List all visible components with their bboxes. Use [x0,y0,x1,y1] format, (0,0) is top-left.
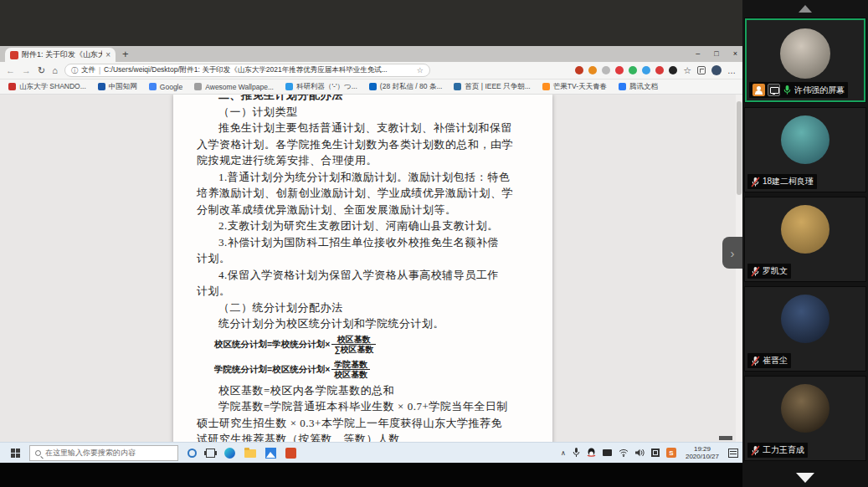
document-text-line: 4.保留入学资格计划为保留入学资格从事高校辅导员工作 [197,267,529,284]
formula-numerator: 校区基数 [331,335,376,345]
participant-name: 许伟强的屏幕 [794,85,845,96]
profile-avatar[interactable] [711,65,722,75]
new-tab-button[interactable]: + [122,48,129,61]
tab-close-icon[interactable]: × [105,50,110,59]
photos-app-icon[interactable] [265,448,276,459]
document-text-line: 二、推免生计划分配办法 [197,95,529,104]
document-text-line: 分制改革成绩优异激励计划、全面发展激励计划等。 [197,202,529,218]
address-divider: | [99,66,100,74]
browser-toolbar: ← → ↻ ⌂ ⓘ 文件 | C:/Users/weiqi/Desktop/附件… [0,62,742,79]
bookmark-item[interactable]: 首页 | IEEE 只争朝... [454,82,530,92]
orange-app-icon[interactable]: S [666,448,676,458]
window-controls: – □ × [696,47,737,60]
forward-icon[interactable]: → [22,66,31,75]
scroll-down-arrow-icon[interactable] [796,473,814,483]
page-info-icon[interactable]: ⓘ [71,66,78,75]
extension-icon[interactable] [615,66,624,74]
extension-icon[interactable] [588,66,597,74]
document-text-line: 硕士研究生招生数 × 0.3+本学院上一年度获得山东大学推荐免 [197,415,529,432]
bookmark-item[interactable]: Awesome Wallpape... [194,83,274,91]
tray-chevron-icon[interactable]: ∧ [561,449,566,457]
scrollbar-thumb[interactable] [737,101,742,195]
more-menu-icon[interactable]: … [727,66,737,75]
tray-mic-icon[interactable] [573,448,580,458]
wifi-icon[interactable] [619,449,629,457]
maximize-button[interactable]: □ [714,49,718,58]
minimize-button[interactable]: – [696,49,700,58]
bookmark-item[interactable]: 芒果TV-天天青春 [542,82,607,92]
extension-icon[interactable] [602,66,610,74]
muted-mic-icon [751,177,760,187]
cortana-icon[interactable] [187,449,197,458]
document-text-line: 学院基数=学院普通班本科毕业生数 × 0.7+学院当年全日制 [197,398,529,415]
participant-tiles: 许伟强的屏幕18建二柯良瑾罗凯文崔晋尘工力王育成 [742,18,868,460]
extension-icon[interactable] [575,66,583,74]
document-text-line: 试研究生推荐基数（按筹数、等数）人数 [197,431,529,442]
browser-tab[interactable]: 附件1: 关于印发《山东大学202 × [5,48,116,62]
participant-name: 崔晋尘 [763,355,788,367]
bookmark-item[interactable]: 腾讯文档 [619,82,658,92]
extension-icon[interactable] [629,66,637,74]
qq-icon[interactable] [587,448,596,458]
action-center-icon[interactable] [728,449,738,458]
formula-lhs: 校区统分计划=学校统分计划× [214,339,330,351]
bookmark-item[interactable]: (28 封私信 / 80 条... [369,82,443,92]
sidebar-collapse-button[interactable]: › [722,237,742,269]
ime-icon[interactable] [651,449,660,457]
start-button[interactable] [11,449,20,458]
favorites-icon[interactable]: ☆ [683,65,691,76]
document-text-line: 校区基数=校区内各学院基数的总和 [197,382,529,399]
participant-name-bar: 工力王育成 [747,443,808,458]
file-explorer-icon[interactable] [244,449,256,458]
horizontal-scrollbar-thumb[interactable] [719,436,732,440]
extension-icon[interactable] [669,66,677,74]
tray-display-icon[interactable] [603,449,612,456]
participant-tile[interactable]: 崔晋尘 [745,287,865,371]
participant-tile[interactable]: 罗凯文 [745,197,865,281]
bookmark-favicon-icon [542,83,550,90]
participant-tile[interactable]: 工力王育成 [745,377,865,460]
scroll-up-arrow-icon[interactable] [799,5,812,13]
bookmark-star-icon[interactable]: ☆ [417,66,424,74]
volume-icon[interactable] [635,449,645,457]
extension-icon[interactable] [655,66,664,74]
extensions-row [575,66,677,74]
collections-icon[interactable] [697,66,706,74]
participant-tile[interactable]: 许伟强的屏幕 [745,18,865,102]
participant-avatar [781,384,829,433]
bookmark-item[interactable]: 山东大学 SHANDO... [8,82,86,92]
task-view-icon[interactable] [206,449,215,458]
bookmark-favicon-icon [194,83,202,90]
bookmark-label: 中国知网 [109,82,137,92]
document-text-line: 计划。 [197,283,529,300]
formula-denominator: ∑校区基数 [331,345,376,354]
bookmark-item[interactable]: 中国知网 [98,82,137,92]
address-bar[interactable]: ⓘ 文件 | C:/Users/weiqi/Desktop/附件1: 关于印发《… [64,64,430,77]
bookmark-favicon-icon [98,83,105,90]
bookmark-label: Google [160,83,182,91]
back-icon[interactable]: ← [6,66,15,75]
bookmark-favicon-icon [149,83,157,90]
pdf-viewer[interactable]: 二、推免生计划分配办法（一）计划类型推免生计划主要包括普通计划、支教计划、补偿计… [0,95,742,442]
bookmark-item[interactable]: Google [149,83,182,91]
pdf-favicon-icon [10,51,18,59]
formula-numerator: 学院基数 [331,360,370,370]
refresh-icon[interactable]: ↻ [38,66,45,75]
extension-icon[interactable] [642,66,650,74]
participant-name-bar: 崔晋尘 [747,353,791,368]
participant-name: 工力王育成 [763,444,804,456]
search-icon [35,450,41,456]
close-button[interactable]: × [733,49,737,58]
home-icon[interactable]: ⌂ [52,66,58,75]
participant-tile[interactable]: 18建二柯良瑾 [745,108,865,192]
address-url: C:/Users/weiqi/Desktop/附件1: 关于印发《山东大学202… [104,65,413,75]
muted-mic-icon [751,266,760,277]
bookmark-item[interactable]: 科研利器（'-'）つ... [285,82,357,92]
taskbar-clock[interactable]: 19:29 2020/10/27 [683,445,722,461]
participant-name: 罗凯文 [763,265,788,277]
powerpoint-icon[interactable] [285,448,296,459]
bookmarks-bar: 山东大学 SHANDO...中国知网GoogleAwesome Wallpape… [0,79,742,95]
taskbar-search-input[interactable]: 在这里输入你要搜索的内容 [29,445,178,461]
bookmark-label: 山东大学 SHANDO... [19,82,86,92]
edge-taskbar-icon[interactable] [224,448,235,459]
